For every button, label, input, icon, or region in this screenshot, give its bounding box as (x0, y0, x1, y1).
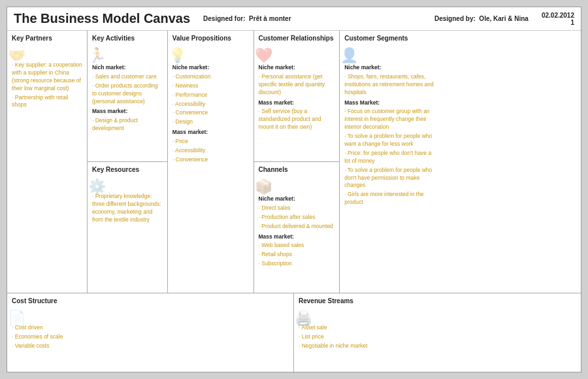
designed-for-label: Designed for: (203, 15, 245, 22)
key-act-res-col: Key Activities 🏃 Nich market: · Sales an… (88, 31, 168, 293)
vp-sub1: Niche market: (172, 64, 249, 72)
revenue-streams-title: Revenue Streams (299, 297, 576, 305)
customer-relationships-title: Customer Relationships (259, 35, 335, 42)
canvas-main: Key Partners 🤝 · Key supplier: a coopera… (7, 31, 581, 372)
customer-segments-title: Customer Segments (344, 35, 438, 42)
channels-cell: Channels 📦 Niche market: · Direct sales … (254, 162, 340, 293)
cr-sub2: Mass market: (259, 99, 335, 107)
key-activities-sub1: Nich market: (92, 64, 163, 72)
key-partners-title: Key Partners (12, 35, 82, 42)
key-partners-content: · Key supplier: a cooperation with a sup… (12, 61, 82, 109)
channels-title: Channels (259, 166, 335, 173)
key-activities-cell: Key Activities 🏃 Nich market: · Sales an… (88, 31, 167, 162)
customer-relationships-icon: ❤️ (255, 47, 331, 64)
key-partners-cell: Key Partners 🤝 · Key supplier: a coopera… (7, 31, 88, 293)
key-resources-title: Key Resources (92, 166, 163, 173)
revenue-streams-cell: Revenue Streams 🖨️ · Asset sale · List p… (294, 293, 581, 372)
cost-structure-cell: Cost Structure 📄 · Cost driven · Economi… (7, 293, 294, 372)
designed-by: Designed by: Ole, Kari & Nina (434, 15, 529, 22)
value-propositions-icon: 💡 (169, 47, 245, 64)
customer-segments-icon: 👤 (340, 47, 434, 64)
designed-by-label: Designed by: (434, 15, 476, 22)
channels-icon: 📦 (255, 178, 331, 195)
key-activities-icon: 🏃 (88, 47, 159, 64)
page-title: The Business Model Canvas (14, 11, 190, 26)
key-resources-cell: Key Resources ⚙️ · Proprietary knowledge… (88, 162, 167, 293)
key-activities-sub2: Mass market: (92, 108, 163, 116)
customer-segments-cell: Customer Segments 👤 Niche market: · Shop… (340, 31, 443, 293)
cost-structure-title: Cost Structure (12, 297, 289, 305)
key-activities-title: Key Activities (92, 35, 163, 42)
customer-relationships-cell: Customer Relationships ❤️ Niche market: … (254, 31, 340, 162)
customer-segments-content: Niche market: · Shops, fairs, restaurant… (344, 64, 438, 206)
key-activities-content: Nich market: · Sales and customer care ·… (92, 64, 163, 133)
value-propositions-cell: Value Propositions 💡 Niche market: · Cus… (168, 31, 254, 293)
value-propositions-title: Value Propositions (172, 35, 249, 42)
vp-sub2: Mass market: (172, 129, 249, 137)
designed-for: Designed for: Prêt à monter (203, 15, 291, 22)
header: The Business Model Canvas Designed for: … (7, 7, 581, 31)
cs-sub1: Niche market: (344, 64, 438, 72)
ch-sub2: Mass market: (259, 233, 335, 241)
value-propositions-content: Niche market: · Customization · Newness … (172, 64, 249, 164)
customer-relationships-content: Niche market: · Personal assistance (get… (259, 64, 335, 131)
header-date: 02.02.2012 1 (542, 12, 574, 26)
designed-by-value: Ole, Kari & Nina (479, 15, 529, 22)
cost-structure-content: · Cost driven · Economies of scale · Var… (12, 324, 289, 350)
key-resources-content: · Proprietary knowledge: three different… (92, 193, 163, 224)
cr-sub1: Niche market: (259, 64, 335, 72)
designed-for-value: Prêt à monter (249, 15, 291, 22)
revenue-streams-content: · Asset sale · List price · Negotiable i… (299, 324, 576, 350)
bmc-page: The Business Model Canvas Designed for: … (7, 7, 581, 372)
canvas-bottom: Cost Structure 📄 · Cost driven · Economi… (7, 293, 581, 372)
canvas-top: Key Partners 🤝 · Key supplier: a coopera… (7, 31, 581, 293)
cust-rel-ch-col: Customer Relationships ❤️ Niche market: … (254, 31, 340, 293)
ch-sub1: Niche market: (259, 195, 335, 203)
cs-sub2: Mass Market: (344, 99, 438, 107)
channels-content: Niche market: · Direct sales · Productio… (259, 195, 335, 268)
